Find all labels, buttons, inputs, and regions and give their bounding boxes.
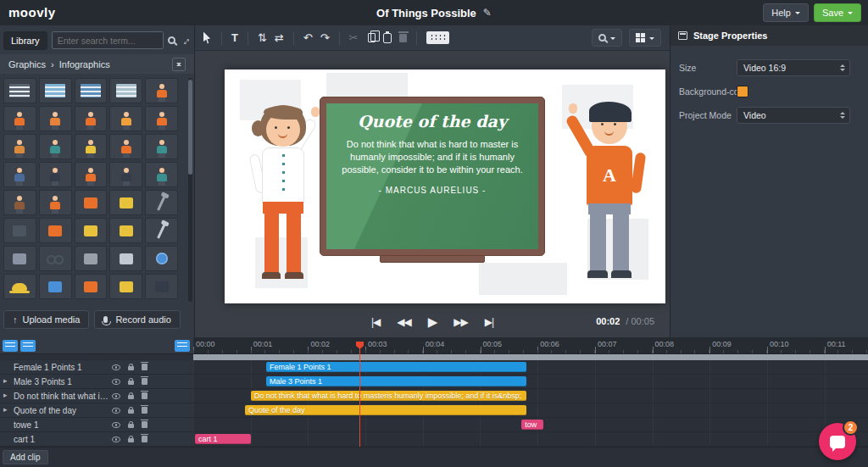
library-thumbnail-person[interactable]: [145, 134, 178, 159]
delete-track-icon[interactable]: [142, 436, 147, 442]
rewind-button[interactable]: ◀◀: [397, 316, 410, 328]
delete-track-icon[interactable]: [142, 378, 147, 385]
skip-to-end-button[interactable]: ▶|: [485, 316, 493, 328]
redo-button[interactable]: ↷: [320, 32, 330, 43]
timeline-clip[interactable]: tow: [521, 420, 543, 430]
lock-track-icon[interactable]: [128, 395, 134, 399]
project-mode-select[interactable]: Video: [737, 107, 850, 124]
timeline-clip[interactable]: Female 1 Points 1: [266, 362, 526, 372]
library-thumbnail-object[interactable]: [145, 274, 178, 299]
breadcrumb-current[interactable]: Infographics: [59, 59, 110, 69]
library-thumbnail-person[interactable]: [3, 190, 36, 215]
board-title-text[interactable]: Quote of the day: [338, 112, 526, 131]
timeline-clip[interactable]: Do not think that what is hard to master…: [251, 391, 526, 401]
library-thumbnail-person[interactable]: [75, 106, 108, 131]
library-thumbnail-person[interactable]: [75, 162, 108, 187]
timeline-clip[interactable]: Quote of the day: [245, 405, 526, 415]
collapse-tracks-button[interactable]: [175, 340, 190, 352]
library-thumbnail-table[interactable]: [75, 78, 108, 103]
track-expand-arrow-icon[interactable]: ▸: [3, 376, 8, 385]
lock-track-icon[interactable]: [128, 424, 134, 428]
expand-library-icon[interactable]: ↔: [177, 32, 194, 49]
library-thumbnail-person[interactable]: [145, 78, 178, 103]
playhead-line[interactable]: [359, 342, 360, 447]
paste-button[interactable]: [383, 33, 392, 43]
library-thumbnail-object[interactable]: [39, 274, 72, 299]
delete-track-icon[interactable]: [142, 364, 147, 370]
library-thumbnail-person[interactable]: [109, 162, 142, 187]
undo-button[interactable]: ↶: [303, 32, 313, 43]
library-thumbnail-object[interactable]: [75, 246, 108, 271]
delete-track-icon[interactable]: [142, 421, 147, 428]
toggle-visibility-icon[interactable]: [112, 379, 120, 385]
library-thumbnail-object[interactable]: [109, 190, 142, 215]
library-thumbnail-hat[interactable]: [3, 274, 36, 299]
keyboard-shortcuts-button[interactable]: [426, 31, 449, 44]
library-thumbnail-person[interactable]: [3, 134, 36, 159]
breadcrumb-root[interactable]: Graphics: [8, 59, 46, 69]
library-thumbnail-object[interactable]: [109, 274, 142, 299]
cut-button[interactable]: ✂: [349, 32, 359, 43]
search-input[interactable]: [52, 31, 164, 49]
quote-attribution[interactable]: - MARCUS AURELIUS -: [338, 186, 526, 195]
edit-title-icon[interactable]: ✎: [483, 7, 492, 19]
library-thumbnail-table[interactable]: [3, 78, 36, 103]
toggle-visibility-icon[interactable]: [112, 393, 120, 399]
track-lane[interactable]: cart 1: [193, 432, 868, 447]
track-row[interactable]: Female 1 Points 1: [0, 360, 193, 375]
library-thumbnail-person[interactable]: [145, 106, 178, 131]
library-thumbnail-object[interactable]: [109, 218, 142, 243]
track-row[interactable]: cart 1: [0, 432, 193, 447]
delete-track-icon[interactable]: [142, 392, 147, 399]
library-thumbnail-object[interactable]: [75, 190, 108, 215]
library-thumbnail-person[interactable]: [3, 162, 36, 187]
lock-track-icon[interactable]: [128, 438, 134, 442]
select-tool-button[interactable]: [203, 32, 212, 44]
timeline-scrollbar[interactable]: [193, 354, 868, 360]
copy-button[interactable]: [365, 33, 376, 42]
delete-button[interactable]: [399, 34, 407, 42]
library-thumbnail-glasses[interactable]: [39, 246, 72, 271]
chalkboard[interactable]: Quote of the day Do not think that what …: [320, 97, 545, 256]
library-thumbnail-table[interactable]: [109, 78, 142, 103]
library-thumbnail-tool[interactable]: [145, 190, 178, 215]
library-thumbnail-person[interactable]: [39, 162, 72, 187]
track-row[interactable]: ▸Male 3 Points 1: [0, 375, 193, 389]
library-thumbnail-person[interactable]: [3, 106, 36, 131]
track-expand-arrow-icon[interactable]: ▸: [3, 405, 8, 414]
library-thumbnail-person[interactable]: [145, 162, 178, 187]
timeline-ruler[interactable]: 00:0000:0100:0200:0300:0400:0500:0600:07…: [193, 337, 868, 354]
track-lane[interactable]: Do not think that what is hard to master…: [193, 389, 868, 403]
skip-to-start-button[interactable]: |◀: [371, 316, 380, 328]
size-select[interactable]: Video 16:9: [737, 59, 850, 76]
library-thumbnail-tool[interactable]: [145, 218, 178, 243]
library-thumbnail-object[interactable]: [39, 218, 72, 243]
library-thumbnail-object[interactable]: [75, 274, 108, 299]
lock-track-icon[interactable]: [128, 409, 134, 414]
library-thumbnail-person[interactable]: [39, 106, 72, 131]
track-expand-arrow-icon[interactable]: ▸: [3, 391, 8, 399]
library-thumbnail-person[interactable]: [109, 134, 142, 159]
male-character[interactable]: A: [565, 102, 659, 302]
help-button[interactable]: Help: [763, 3, 809, 22]
track-lane[interactable]: Male 3 Points 1: [193, 375, 868, 389]
toggle-visibility-icon[interactable]: [112, 408, 120, 414]
lock-track-icon[interactable]: [128, 381, 134, 385]
track-lane[interactable]: tow: [193, 418, 868, 432]
toggle-visibility-icon[interactable]: [112, 364, 120, 370]
category-dropdown[interactable]: [172, 58, 186, 71]
fast-forward-button[interactable]: ▶▶: [453, 316, 467, 328]
library-tab[interactable]: Library: [3, 31, 47, 50]
track-list-view-button[interactable]: [3, 340, 18, 352]
track-row[interactable]: towe 1: [0, 418, 193, 432]
library-thumbnail-person[interactable]: [109, 106, 142, 131]
library-thumbnail-table[interactable]: [39, 78, 72, 103]
library-thumbnail-person[interactable]: [39, 134, 72, 159]
track-row[interactable]: ▸Quote of the day: [0, 403, 193, 418]
play-button[interactable]: ▶: [428, 314, 437, 330]
track-detail-view-button[interactable]: [20, 340, 36, 352]
timeline-clip[interactable]: Male 3 Points 1: [266, 376, 526, 386]
grid-dropdown[interactable]: [629, 29, 661, 47]
track-lane[interactable]: Quote of the day: [193, 403, 868, 418]
stage-properties-header[interactable]: Stage Properties: [670, 25, 868, 46]
